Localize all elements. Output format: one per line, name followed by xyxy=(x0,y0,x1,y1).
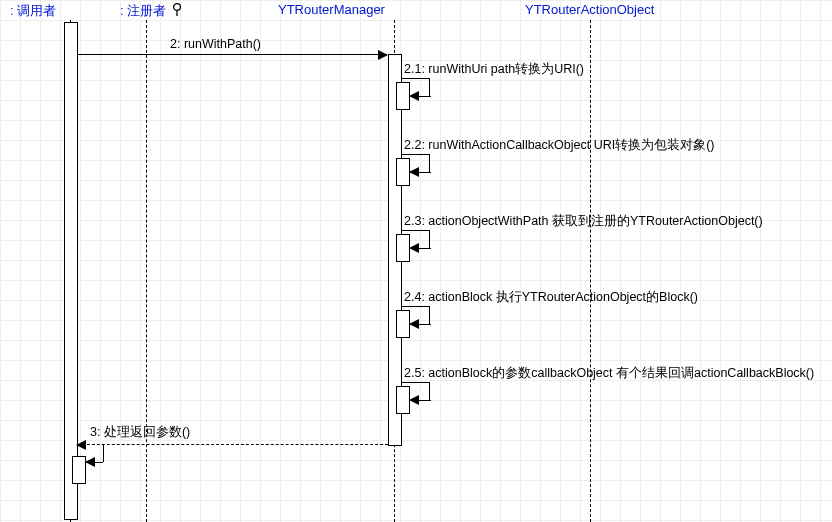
activation-self-2-4 xyxy=(396,310,410,338)
message-3-arrow xyxy=(77,444,388,445)
lifeline-action-obj xyxy=(590,20,591,522)
message-2-2-label: 2.2: runWithActionCallbackObject URI转换为包… xyxy=(404,137,715,154)
participant-caller: : 调用者 xyxy=(10,2,56,20)
participant-router-action-object: YTRouterActionObject xyxy=(525,2,654,17)
message-2-4-label: 2.4: actionBlock 执行YTRouterActionObject的… xyxy=(404,289,698,306)
activation-self-2-5 xyxy=(396,386,410,414)
message-2-arrow xyxy=(77,54,387,55)
message-2-1-label: 2.1: runWithUri path转换为URI() xyxy=(404,61,584,78)
activation-self-2-2 xyxy=(396,158,410,186)
participant-router-manager: YTRouterManager xyxy=(278,2,385,17)
sequence-diagram: : 调用者 : 注册者 YTRouterManager YTRouterActi… xyxy=(0,0,832,522)
participant-registrar: : 注册者 xyxy=(120,2,166,20)
message-2-label: 2: runWithPath() xyxy=(170,37,261,51)
activation-self-2-1 xyxy=(396,82,410,110)
message-2-5-label: 2.5: actionBlock的参数callbackObject 有个结果回调… xyxy=(404,365,814,382)
message-3-label: 3: 处理返回参数() xyxy=(90,424,190,441)
lifeline-registrar xyxy=(146,20,147,522)
activation-self-2-3 xyxy=(396,234,410,262)
activation-caller-return xyxy=(72,456,86,484)
message-2-3-label: 2.3: actionObjectWithPath 获取到注册的YTRouter… xyxy=(404,213,763,230)
actor-icon xyxy=(171,3,185,17)
svg-point-0 xyxy=(174,4,181,11)
